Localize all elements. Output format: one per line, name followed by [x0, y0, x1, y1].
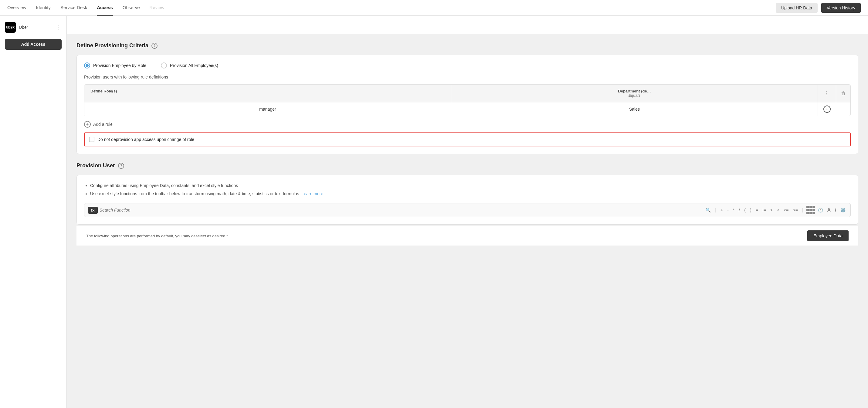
- company-logo: UBER: [5, 22, 16, 33]
- nav-actions: Upload HR Data Version History: [776, 3, 861, 13]
- add-rule-button[interactable]: + Add a rule: [84, 121, 851, 128]
- deprovision-checkbox-row[interactable]: Do not deprovision app access upon chang…: [84, 132, 851, 146]
- col-delete-header: 🗑: [836, 84, 850, 102]
- open-paren-operator[interactable]: (: [743, 208, 747, 212]
- radio-provision-all[interactable]: Provision All Employee(s): [161, 62, 218, 69]
- plus-operator[interactable]: +: [719, 208, 724, 212]
- company-more-icon[interactable]: ⋮: [56, 24, 62, 31]
- define-provisioning-section: Define Provisioning Criteria ? Provision…: [67, 34, 868, 163]
- row-add-icon-cell: +: [817, 102, 836, 116]
- bullet-item-2: Use excel-style functions from the toolb…: [90, 191, 851, 197]
- nav-overview[interactable]: Overview: [7, 0, 26, 16]
- radio-all-circle: [161, 62, 167, 69]
- dept-header-sub: Equals: [457, 93, 811, 98]
- clock-icon[interactable]: 🕐: [817, 208, 824, 212]
- radio-by-role-label: Provision Employee by Role: [93, 63, 146, 68]
- bullet-item-1: Configure attributes using Employee Data…: [90, 182, 851, 189]
- add-access-button[interactable]: Add Access: [5, 39, 62, 50]
- info-icon[interactable]: i: [834, 208, 837, 212]
- nav-service-desk[interactable]: Service Desk: [60, 0, 87, 16]
- department-cell: Sales: [451, 102, 817, 116]
- rules-table-header: Define Role(s) Department (de… Equals ⋮ …: [84, 84, 850, 102]
- define-section-header: Define Provisioning Criteria ?: [76, 42, 858, 49]
- top-navigation: Overview Identity Service Desk Access Ob…: [0, 0, 868, 16]
- define-help-icon[interactable]: ?: [151, 43, 157, 49]
- main-layout: UBER Uber ⋮ Add Access Define Provisioni…: [0, 16, 868, 408]
- nav-items: Overview Identity Service Desk Access Ob…: [7, 0, 776, 16]
- not-equals-operator[interactable]: !=: [761, 208, 767, 212]
- sidebar: UBER Uber ⋮ Add Access: [0, 16, 67, 408]
- provision-user-section: Provision User ? Configure attributes us…: [67, 163, 868, 254]
- divide-operator[interactable]: /: [738, 208, 741, 212]
- nav-access[interactable]: Access: [97, 0, 113, 16]
- provision-user-help-icon[interactable]: ?: [118, 163, 124, 169]
- provision-user-title: Provision User: [76, 163, 115, 169]
- deprovision-checkbox-label: Do not deprovision app access upon chang…: [97, 137, 194, 142]
- company-header: UBER Uber ⋮: [5, 22, 62, 33]
- bottom-bar: The following operations are performed b…: [76, 226, 858, 245]
- main-content: Define Provisioning Criteria ? Provision…: [67, 16, 868, 408]
- role-cell: manager: [84, 102, 451, 116]
- row-delete-cell: [836, 102, 850, 116]
- criteria-card: Provision Employee by Role Provision All…: [76, 55, 858, 154]
- nav-review: Review: [150, 0, 164, 16]
- greater-operator[interactable]: >: [769, 208, 774, 212]
- less-operator[interactable]: <: [776, 208, 781, 212]
- provision-text: Provision users with following rule defi…: [84, 75, 851, 79]
- col-define-roles-header: Define Role(s): [84, 84, 451, 102]
- company-name: Uber: [19, 25, 28, 30]
- search-icon[interactable]: 🔍: [705, 208, 712, 212]
- fx-badge: fx: [88, 207, 98, 214]
- nav-observe[interactable]: Observe: [123, 0, 140, 16]
- provision-user-card: Configure attributes using Employee Data…: [76, 175, 858, 225]
- text-format-icon[interactable]: A: [826, 207, 832, 213]
- formula-bar: fx 🔍 | + - * / ( ) = != > < <= >= |: [84, 203, 851, 217]
- version-history-button[interactable]: Version History: [821, 3, 861, 13]
- header-trash-icon[interactable]: 🗑: [841, 91, 846, 96]
- add-rule-label: Add a rule: [93, 122, 113, 127]
- close-paren-operator[interactable]: ): [749, 208, 753, 212]
- add-row-button[interactable]: +: [824, 105, 831, 113]
- less-equal-operator[interactable]: <=: [782, 208, 790, 212]
- radio-provision-by-role[interactable]: Provision Employee by Role: [84, 62, 146, 69]
- nav-identity[interactable]: Identity: [36, 0, 51, 16]
- settings-icon[interactable]: ⚙️: [839, 208, 847, 212]
- search-function-input[interactable]: [99, 208, 703, 212]
- col-department-header: Department (de… Equals: [451, 84, 817, 102]
- radio-all-label: Provision All Employee(s): [170, 63, 218, 68]
- provision-user-header: Provision User ?: [76, 163, 858, 169]
- col-actions-header: ⋮: [817, 84, 836, 102]
- radio-group: Provision Employee by Role Provision All…: [84, 62, 851, 69]
- table-row: manager Sales +: [84, 102, 850, 116]
- upload-hr-data-button[interactable]: Upload HR Data: [776, 3, 817, 13]
- header-three-dots-icon[interactable]: ⋮: [824, 90, 830, 96]
- top-strip: [67, 16, 868, 34]
- learn-more-link[interactable]: Learn more: [301, 191, 323, 196]
- radio-by-role-circle: [84, 62, 90, 69]
- equals-operator[interactable]: =: [754, 208, 760, 212]
- rules-table: Define Role(s) Department (de… Equals ⋮ …: [84, 84, 851, 116]
- grid-icon[interactable]: [806, 206, 815, 214]
- deprovision-checkbox[interactable]: [89, 137, 94, 142]
- add-rule-plus-icon: +: [84, 121, 91, 128]
- define-section-title: Define Provisioning Criteria: [76, 42, 148, 49]
- greater-equal-operator[interactable]: >=: [792, 208, 799, 212]
- dept-header-main: Department (de…: [457, 89, 811, 93]
- minus-operator[interactable]: -: [726, 208, 730, 212]
- provision-bullets: Configure attributes using Employee Data…: [84, 182, 851, 197]
- multiply-operator[interactable]: *: [732, 208, 736, 212]
- bottom-text: The following operations are performed b…: [86, 234, 228, 238]
- employee-data-button[interactable]: Employee Data: [807, 230, 848, 241]
